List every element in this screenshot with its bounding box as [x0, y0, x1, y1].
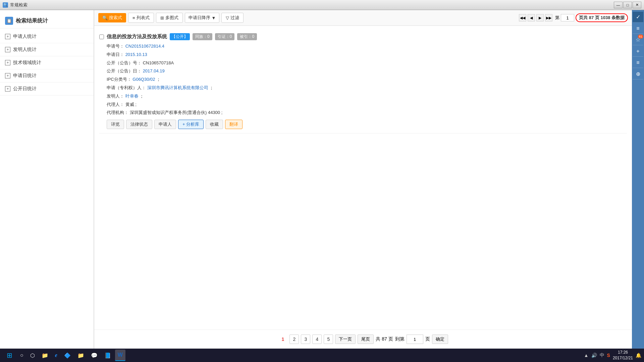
page-num-1[interactable]: 1: [278, 335, 287, 344]
sort-dropdown-icon: ▼: [212, 15, 216, 20]
taskbar-app1[interactable]: 🔷: [61, 350, 73, 361]
app1-icon: 🔷: [64, 352, 71, 359]
close-button[interactable]: ✕: [633, 2, 641, 8]
right-doc-button[interactable]: ≡: [633, 57, 643, 68]
to-page-label: 到第: [395, 336, 405, 342]
right-add-button[interactable]: ⊕: [633, 69, 643, 79]
page-num-2[interactable]: 2: [289, 335, 299, 344]
next-page-button[interactable]: 下一页: [335, 335, 356, 344]
agency-semicolon: ;: [221, 110, 223, 115]
volume-icon[interactable]: 🔊: [591, 353, 597, 358]
result-field-pubno: 公开（公告）号： CN106570718A: [99, 59, 627, 67]
translate-button[interactable]: 翻译: [225, 120, 243, 129]
plus-icon-apply: +: [5, 73, 10, 78]
sidebar-item-tech-domain[interactable]: + 技术领域统计: [0, 56, 94, 69]
taskbar-cortana-button[interactable]: ⬡: [28, 350, 38, 361]
sidebar-item-applicant-stats[interactable]: + 申请人统计: [0, 30, 94, 43]
taskbar-file-explorer[interactable]: 📁: [39, 350, 51, 361]
start-button[interactable]: ⊞: [3, 350, 16, 361]
plus-icon-applicant: +: [5, 34, 10, 39]
badge-being-cited: 被引：0: [237, 33, 257, 40]
sidebar-title: 📋 检索结果统计: [0, 13, 94, 28]
inventor-semicolon: ；: [140, 94, 144, 99]
taskbar-search-button[interactable]: ○: [17, 350, 26, 361]
right-menu-button[interactable]: ≡: [633, 23, 643, 34]
title-bar: 🔍 常规检索 — □ ✕: [0, 0, 644, 10]
badge-public: 【公开】: [170, 33, 190, 40]
appno-value: CN201510672814.4: [125, 44, 164, 49]
result-field-agent: 代理人： 黄威 ;: [99, 101, 627, 109]
notification-icon[interactable]: 🔔: [636, 353, 641, 358]
applicant-button[interactable]: 申请人: [154, 120, 176, 129]
pubno-label: 公开（公告）号：: [107, 60, 142, 65]
page-confirm-button[interactable]: 确定: [432, 335, 448, 344]
nav-next-button[interactable]: ▶: [536, 14, 544, 21]
page-num-5[interactable]: 5: [324, 335, 333, 344]
clock-date: 2017/12/21: [613, 355, 633, 361]
page-num-4[interactable]: 4: [312, 335, 322, 344]
page-jump-input[interactable]: [407, 335, 423, 344]
collect-button[interactable]: 收藏: [206, 120, 223, 129]
sidebar-item-publish-date[interactable]: + 公开日统计: [0, 82, 94, 96]
maximize-button[interactable]: □: [623, 2, 632, 8]
legal-status-button[interactable]: 法律状态: [126, 120, 152, 129]
taskbar-wechat[interactable]: 💬: [88, 350, 100, 361]
antivirus-icon[interactable]: S: [607, 353, 610, 358]
right-star-button[interactable]: ☆ 61: [633, 35, 643, 45]
right-plus-button[interactable]: +: [633, 46, 643, 57]
detail-button[interactable]: 详览: [107, 120, 124, 129]
filter-button[interactable]: ▽ 过滤: [221, 13, 244, 23]
nav-last-button[interactable]: ▶▶: [545, 14, 552, 21]
minimize-button[interactable]: —: [614, 2, 623, 8]
ie-icon: e: [55, 352, 57, 358]
network-icon[interactable]: ▲: [584, 353, 589, 358]
pubno-value: CN106570718A: [143, 60, 174, 65]
grid-mode-icon: ⊞: [160, 15, 164, 20]
system-clock[interactable]: 17:26 2017/12/21: [613, 350, 633, 361]
input-method-zh[interactable]: 中: [600, 352, 604, 358]
sidebar-item-label-publish: 公开日统计: [13, 86, 37, 92]
applicant-label: 申请（专利权）人：: [107, 85, 146, 90]
result-checkbox[interactable]: [99, 35, 104, 39]
list-mode-icon: ≡: [132, 15, 135, 20]
nav-first-button[interactable]: ◀◀: [519, 14, 526, 21]
right-check-button[interactable]: ✓: [633, 12, 643, 22]
result-field-ipc: IPC分类号： G06Q30/02 ；: [99, 75, 627, 84]
add-analysis-button[interactable]: + 分析库: [178, 120, 204, 129]
badge-family: 同族：0: [193, 33, 212, 40]
pubdate-value: 2017.04.19: [143, 68, 165, 73]
bottom-pagination: 1 2 3 4 5 下一页 尾页 共 87 页 到第 页 确定: [94, 329, 632, 349]
appdate-value: 2015.10.13: [125, 52, 147, 57]
ipc-label: IPC分类号：: [107, 77, 131, 82]
sidebar: 📋 检索结果统计 + 申请人统计 + 发明人统计 + 技术领域统计 + 申请日统…: [0, 10, 94, 349]
ipc-value[interactable]: G06Q30/02: [132, 77, 155, 82]
page-label: 第: [555, 15, 559, 21]
taskbar-app2[interactable]: 📁: [75, 350, 87, 361]
sidebar-item-label-inventor: 发明人统计: [13, 47, 37, 53]
result-field-appdate: 申请日： 2015.10.13: [99, 51, 627, 59]
search-mode-button[interactable]: 🔍 搜索式: [98, 13, 126, 22]
last-page-button[interactable]: 尾页: [358, 335, 374, 344]
sidebar-item-apply-date[interactable]: + 申请日统计: [0, 69, 94, 82]
appdate-label: 申请日：: [107, 52, 124, 57]
result-actions: 详览 法律状态 申请人 + 分析库 收藏 翻译: [99, 120, 627, 129]
app3-icon: 📘: [104, 352, 111, 359]
taskbar-word[interactable]: W: [115, 350, 125, 361]
total-pages: 共 87 页: [376, 336, 393, 342]
nav-prev-button[interactable]: ◀: [528, 14, 535, 21]
cortana-icon: ⬡: [30, 352, 35, 359]
sidebar-item-label-tech: 技术领域统计: [13, 60, 41, 66]
sort-button[interactable]: 申请日降序 ▼: [185, 13, 220, 23]
applicant-value[interactable]: 深圳市腾讯计算机系统有限公司: [147, 85, 208, 90]
search-circle-icon: ○: [20, 352, 23, 358]
page-num-3[interactable]: 3: [301, 335, 310, 344]
list-mode-button[interactable]: ≡ 列表式: [128, 13, 154, 23]
taskbar-app3[interactable]: 📘: [102, 350, 114, 361]
page-input[interactable]: [561, 14, 574, 21]
inventor-value[interactable]: 叶幸春: [125, 94, 139, 99]
sidebar-item-inventor-stats[interactable]: + 发明人统计: [0, 43, 94, 56]
grid-mode-button[interactable]: ⊞ 多图式: [156, 13, 183, 23]
plus-icon-inventor: +: [5, 47, 10, 52]
result-field-pubdate: 公开（公告）日： 2017.04.19: [99, 67, 627, 75]
taskbar-ie-browser[interactable]: e: [52, 350, 60, 361]
